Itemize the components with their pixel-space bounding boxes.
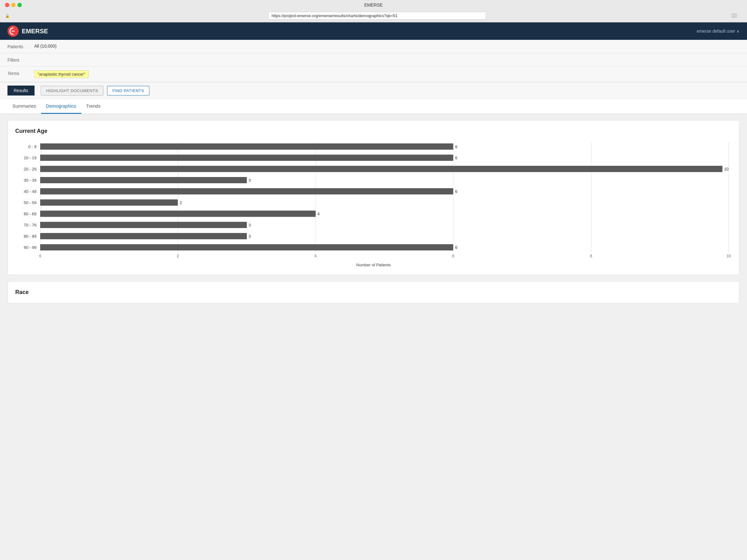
filters-label: Filters [7, 57, 29, 62]
tab-trends[interactable]: Trends [81, 99, 105, 114]
bar-row: 3 [40, 220, 729, 230]
close-button[interactable] [5, 3, 9, 7]
y-label: 40 - 49 [24, 187, 36, 196]
bar-row: 3 [40, 232, 729, 241]
filters-row: Filters [0, 53, 747, 66]
bar-row: 2 [40, 198, 729, 207]
bar-value: 3 [249, 178, 251, 183]
terms-row: Terms "anaplastic thyroid cancer" [0, 66, 747, 82]
patients-value: All (10,000) [34, 44, 57, 49]
x-tick: 0 [39, 254, 42, 258]
nav-section: Patients All (10,000) Filters Terms "ana… [0, 40, 747, 82]
logo-svg [9, 27, 18, 35]
age-chart: 0 - 910 - 1920 - 2930 - 3940 - 4950 - 59… [15, 142, 732, 267]
bar-row: 10 [40, 164, 729, 174]
x-tick: 8 [590, 254, 592, 258]
find-patients-button[interactable]: FIND PATIENTS [107, 86, 149, 96]
y-label: 30 - 39 [24, 176, 36, 185]
y-label: 80 - 89 [24, 232, 36, 241]
race-chart-title: Race [15, 289, 732, 296]
browser-chrome: EMERSE 🔒 ⌧ [0, 0, 747, 22]
y-label: 50 - 59 [24, 198, 36, 207]
y-label: 60 - 69 [24, 209, 36, 218]
browser-titlebar: EMERSE [0, 0, 747, 10]
x-tick: 10 [726, 254, 730, 258]
lock-icon: 🔒 [5, 14, 10, 18]
bar-value: 2 [180, 201, 182, 205]
terms-label: Terms [7, 70, 29, 76]
main-content: Current Age 0 - 910 - 1920 - 2930 - 3940… [0, 114, 747, 310]
age-chart-card: Current Age 0 - 910 - 1920 - 2930 - 3940… [7, 120, 740, 275]
x-tick: 4 [314, 254, 316, 258]
bar-value: 3 [249, 234, 251, 239]
grid-line [729, 142, 729, 252]
app-header: EMERSE emerse default user [0, 22, 747, 40]
bar [40, 177, 247, 183]
tab-demographics[interactable]: Demographics [41, 99, 81, 114]
bar [40, 233, 247, 239]
user-menu[interactable]: emerse default user [697, 29, 740, 34]
address-wrapper: ⌧ [12, 12, 742, 20]
x-tick: 6 [452, 254, 455, 258]
x-tick: 2 [177, 254, 179, 258]
bar [40, 143, 453, 150]
results-label: Results [7, 85, 34, 96]
app-logo: EMERSE [7, 26, 48, 37]
patients-row: Patients All (10,000) [0, 40, 747, 53]
bar-value: 4 [317, 212, 320, 216]
key-icon: ⌧ [731, 13, 737, 19]
bar-row: 3 [40, 176, 729, 185]
bar-value: 3 [249, 223, 251, 228]
bar-row: 6 [40, 142, 729, 151]
bar-value: 6 [455, 189, 457, 194]
bar [40, 166, 722, 172]
bar-value: 6 [455, 245, 457, 250]
bar [40, 199, 178, 206]
bar-row: 6 [40, 187, 729, 196]
bar-row: 6 [40, 243, 729, 252]
patients-label: Patients [7, 44, 29, 49]
subtabs: Summaries Demographics Trends [0, 99, 747, 114]
app-name: EMERSE [22, 28, 48, 35]
y-label: 70 - 79 [24, 220, 36, 230]
x-axis-label: Number of Patients [18, 263, 729, 267]
browser-title: EMERSE [364, 2, 383, 7]
bar [40, 244, 453, 250]
bar-value: 6 [455, 144, 457, 149]
bar [40, 211, 316, 217]
age-chart-title: Current Age [15, 128, 732, 134]
logo-icon [7, 26, 19, 37]
race-chart-card: Race [7, 281, 740, 303]
browser-addressbar: 🔒 ⌧ [0, 10, 747, 22]
results-toolbar: Results HIGHLIGHT DOCUMENTS FIND PATIENT… [0, 82, 747, 99]
term-badge: "anaplastic thyroid cancer" [34, 70, 89, 78]
bar [40, 155, 453, 161]
minimize-button[interactable] [11, 3, 16, 7]
bar [40, 188, 453, 194]
address-bar[interactable] [268, 12, 486, 20]
bar-value: 10 [724, 167, 729, 171]
y-label: 90 - 99 [24, 243, 36, 252]
bar [40, 222, 247, 228]
maximize-button[interactable] [18, 3, 22, 7]
y-label: 10 - 19 [24, 153, 36, 162]
bar-row: 4 [40, 209, 729, 218]
x-axis: 0246810 [40, 254, 729, 260]
y-label: 20 - 29 [24, 164, 36, 174]
browser-controls [5, 3, 22, 7]
bar-value: 6 [455, 156, 457, 160]
y-label: 0 - 9 [28, 142, 36, 151]
highlight-documents-button[interactable]: HIGHLIGHT DOCUMENTS [41, 86, 103, 96]
tab-summaries[interactable]: Summaries [7, 99, 41, 114]
bar-row: 6 [40, 153, 729, 162]
